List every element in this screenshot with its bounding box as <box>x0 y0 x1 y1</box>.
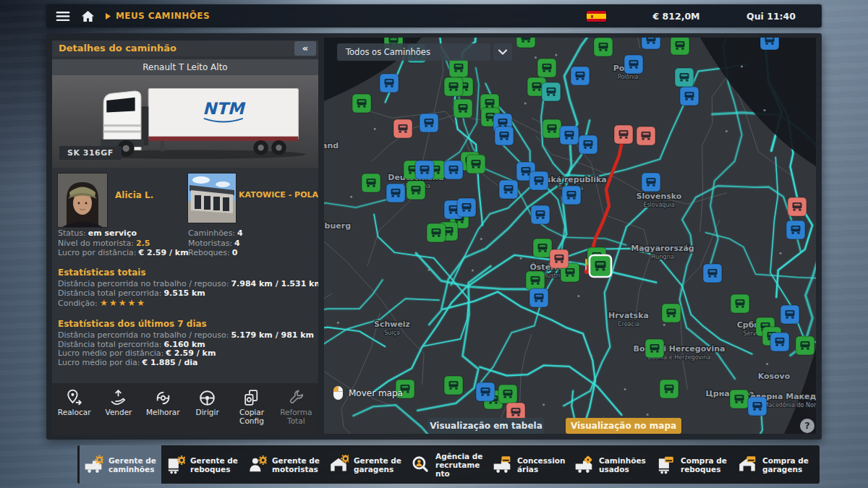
truck-marker[interactable] <box>675 68 694 87</box>
menu-icon[interactable] <box>56 11 70 22</box>
collapse-panel-button[interactable]: « <box>294 41 316 56</box>
nav-gerente-de-garagens[interactable]: Gerente de garagens <box>325 445 407 484</box>
truck-marker[interactable] <box>703 264 722 283</box>
truck-marker[interactable] <box>427 223 446 242</box>
truck-marker[interactable] <box>362 174 380 192</box>
truck-marker[interactable] <box>642 38 660 49</box>
money-display[interactable]: € 812,0M <box>637 11 716 22</box>
truck-marker[interactable] <box>542 82 561 101</box>
driver-name[interactable]: Alicia L. <box>115 190 153 200</box>
truck-marker[interactable] <box>516 38 535 48</box>
nav-compra-de-garagens[interactable]: Compra de garagens <box>733 445 815 484</box>
dropdown-chevron-button[interactable] <box>493 43 512 61</box>
truck-marker[interactable] <box>730 390 749 408</box>
truck-marker[interactable] <box>407 181 425 200</box>
truck-marker[interactable] <box>624 55 643 74</box>
country-label: Lëtzebuerg <box>324 221 351 231</box>
country-sublabel: Eslováquia <box>643 202 674 208</box>
trailer-gear-icon <box>165 455 185 475</box>
truck-marker[interactable] <box>454 99 472 118</box>
truck-marker[interactable] <box>393 119 412 138</box>
truck-marker[interactable] <box>796 336 814 355</box>
selected-truck-marker[interactable] <box>590 255 611 277</box>
nav-gerente-de-caminhões[interactable]: Gerente de caminhões <box>80 445 161 484</box>
truck-marker[interactable] <box>560 126 579 145</box>
nav-compra-de-reboques[interactable]: Compra de reboques <box>652 445 733 484</box>
home-icon[interactable] <box>81 10 95 22</box>
truck-marker[interactable] <box>550 249 569 268</box>
truck-filter-dropdown[interactable]: Todos os Caminhões <box>337 43 490 61</box>
truck-marker[interactable] <box>614 125 633 144</box>
truck-marker[interactable] <box>352 94 371 113</box>
truck-marker[interactable] <box>444 77 463 96</box>
truck-marker[interactable] <box>594 38 613 56</box>
truck-marker[interactable] <box>495 127 514 145</box>
truck-marker[interactable] <box>731 294 749 313</box>
table-view-button[interactable]: Visualização em tabela <box>428 418 544 434</box>
truck-marker[interactable] <box>499 180 518 199</box>
garage-photo[interactable] <box>188 174 236 223</box>
week-stats-title: Estatísticas dos últimos 7 dias <box>52 319 318 329</box>
breadcrumb: MEUS CAMINHÕES <box>106 11 210 21</box>
dirigir-button[interactable]: Dirigir <box>185 388 229 435</box>
truck-marker[interactable] <box>680 87 699 106</box>
map-view-button[interactable]: Visualização no mapa <box>566 418 681 434</box>
truck-marker[interactable] <box>642 173 660 192</box>
truck-marker[interactable] <box>476 382 495 401</box>
truck-marker[interactable] <box>420 114 438 132</box>
truck-marker[interactable] <box>444 160 463 179</box>
driver-gear-icon <box>247 455 267 475</box>
truck-marker[interactable] <box>645 339 664 358</box>
management-nav-bar: Gerente de caminhõesGerente de reboquesG… <box>77 445 820 484</box>
stat-row: Status:em serviço <box>58 228 189 239</box>
truck-marker[interactable] <box>748 397 767 416</box>
truck-marker[interactable] <box>531 205 550 224</box>
spain-flag-icon[interactable] <box>587 11 606 22</box>
truck-marker[interactable] <box>770 333 789 351</box>
nav-label: Gerente de caminhões <box>109 456 158 474</box>
truck-marker[interactable] <box>526 271 545 290</box>
fleet-map[interactable]: PolskaPolôniaDeutschlandAlemanhaČeská re… <box>324 38 816 434</box>
europe-map[interactable]: PolskaPolôniaDeutschlandAlemanhaČeská re… <box>324 38 816 434</box>
nav-gerente-de-reboques[interactable]: Gerente de reboques <box>161 445 243 484</box>
nav-gerente-de-motoristas[interactable]: Gerente de motoristas <box>243 445 325 484</box>
truck-marker[interactable] <box>386 184 405 202</box>
truck-actions-bar: RealocarVenderMelhorarDirigirCopiar Conf… <box>52 383 318 435</box>
copiar-config-button[interactable]: Copiar Config <box>229 388 273 435</box>
truck-marker[interactable] <box>529 288 548 307</box>
truck-marker[interactable] <box>788 197 807 216</box>
truck-marker[interactable] <box>529 171 548 190</box>
truck-marker[interactable] <box>537 59 556 77</box>
help-button[interactable]: ? <box>800 419 814 433</box>
truck-marker[interactable] <box>571 67 590 85</box>
nav-concessionárias[interactable]: Concessionárias <box>488 445 570 484</box>
garage-name[interactable]: KATOWICE - POLAND <box>239 190 318 200</box>
truck-marker[interactable] <box>562 186 581 205</box>
chevron-down-icon <box>498 49 507 55</box>
truck-marker[interactable] <box>533 239 552 257</box>
truck-marker[interactable] <box>449 59 468 77</box>
melhorar-button[interactable]: Melhorar <box>141 388 185 435</box>
truck-marker[interactable] <box>498 385 517 403</box>
truck-marker[interactable] <box>444 376 463 395</box>
truck-marker[interactable] <box>415 160 434 179</box>
truck-marker[interactable] <box>467 155 485 174</box>
truck-marker[interactable] <box>457 198 476 217</box>
truck-marker[interactable] <box>786 221 805 239</box>
truck-marker[interactable] <box>542 119 561 138</box>
truck-marker[interactable] <box>671 38 689 55</box>
truck-marker[interactable] <box>662 304 681 322</box>
driver-portrait[interactable] <box>58 174 107 227</box>
stat-row: Distância total percorrida:9.515 km <box>58 289 318 299</box>
truck-marker[interactable] <box>380 74 399 93</box>
truck-marker[interactable] <box>760 38 779 50</box>
vender-button[interactable]: Vender <box>96 388 140 435</box>
realocar-button[interactable]: Realocar <box>52 388 96 435</box>
truck-marker[interactable] <box>660 380 678 398</box>
truck-marker[interactable] <box>780 305 799 324</box>
nav-caminhões-usados[interactable]: Caminhões usados <box>570 445 652 484</box>
nav-agência-de-recrutamento[interactable]: Agência de recrutamento <box>407 445 488 484</box>
truck-marker[interactable] <box>579 135 597 154</box>
stat-row: Caminhões:4 <box>188 228 243 239</box>
truck-marker[interactable] <box>637 127 655 145</box>
